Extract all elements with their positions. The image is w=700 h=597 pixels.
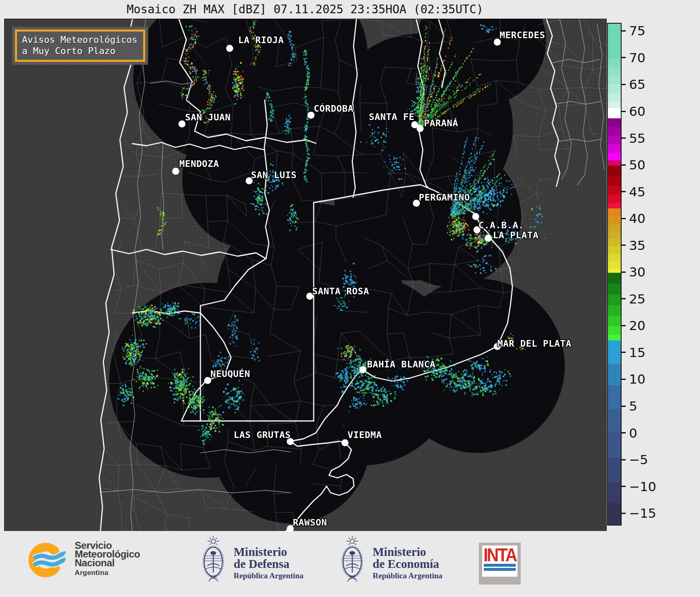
defensa-crest-icon [200,534,226,583]
defensa-sub: República Argentina [234,571,303,580]
defensa-text: Ministerio de Defensa República Argentin… [234,546,303,583]
city-label: C.A.B.A. [478,220,524,230]
colorbar-tick-label: 60 [629,104,645,118]
city-label: BAHÍA BLANCA [367,359,436,369]
warning-badge-line1: Avisos Meteorológicos [22,34,137,45]
colorbar-tick [621,513,626,514]
economia-text: Ministerio de Economía República Argenti… [373,546,442,583]
defensa-line2: de Defensa [234,558,303,570]
colorbar-segment [608,261,621,269]
city-label: NEUQUÉN [210,369,250,379]
colorbar-segment [608,160,621,166]
colorbar-tick-label: 30 [629,265,645,279]
colorbar-tick [621,432,626,433]
colorbar [607,23,622,526]
page-title: Mosaico ZH MAX [dBZ] 07.11.2025 23:35HOA… [4,2,606,16]
colorbar-tick-label: 25 [629,292,645,306]
city-label: SAN LUIS [251,170,297,180]
economia-logo: Ministerio de Economía República Argenti… [339,534,442,583]
smn-line3: Nacional [75,558,140,567]
economia-line2: de Economía [373,558,442,570]
colorbar-segment [608,269,621,273]
city-dot [178,120,185,127]
colorbar-segment [608,93,621,102]
colorbar-tick [621,191,626,192]
warning-badge[interactable]: Avisos Meteorológicos a Muy Corto Plazo [12,27,148,65]
city-label: MENDOZA [179,159,219,169]
colorbar-segment [608,409,621,432]
inta-wordmark: INTA [483,546,517,565]
colorbar-tick [621,406,626,407]
colorbar-tick-label: 55 [629,131,645,145]
colorbar-tick [621,245,626,246]
footer: Servicio Meteorológico Nacional Argentin… [0,531,700,597]
warning-badge-frame: Avisos Meteorológicos a Muy Corto Plazo [15,29,145,62]
colorbar-segment [608,208,621,216]
colorbar-segment [608,431,621,458]
colorbar-segment [608,216,621,224]
colorbar-segment [608,24,621,59]
colorbar-tick [621,111,626,112]
colorbar-segment [608,482,621,504]
colorbar-segment [608,305,621,316]
colorbar-tick-label: 75 [629,24,645,38]
city-label: PERGAMINO [419,192,470,203]
city-label: MERCEDES [500,30,545,40]
colorbar-segment [608,84,621,93]
smn-logo-icon [27,541,66,579]
colorbar-segment [608,136,621,144]
colorbar-segment [608,284,621,294]
defensa-logo: Ministerio de Defensa República Argentin… [200,534,303,583]
colorbar-tick-label: 5 [629,399,637,413]
colorbar-segment [608,239,621,247]
city-label: SANTA FE [369,112,415,122]
smn-line4: Argentina [75,569,140,577]
colorbar-segment [608,153,621,161]
colorbar-segment [608,231,621,239]
colorbar-tick-label: 10 [629,372,645,386]
colorbar-tick [621,298,626,299]
colorbar-tick [621,272,626,273]
colorbar-segment [608,316,621,327]
city-label: RAWSON [293,517,327,528]
colorbar-segment [608,340,621,364]
colorbar-segment [608,246,621,254]
colorbar-tick [621,164,626,166]
city-label: SAN JUAN [185,112,231,122]
colorbar-tick [621,84,626,85]
city-dot [485,235,492,242]
colorbar-segment [608,385,621,410]
smn-logo-text: Servicio Meteorológico Nacional Argentin… [75,541,140,579]
colorbar-segment [608,127,621,136]
colorbar-tick [621,57,626,58]
colorbar-segment [608,458,621,482]
city-label: MAR DEL PLATA [498,338,572,349]
colorbar-segment [608,254,621,262]
city-label: SANTA ROSA [312,286,369,296]
city-label: PARANÁ [424,118,458,128]
city-dot [472,213,479,220]
warning-badge-line2: a Muy Corto Plazo [22,45,137,56]
colorbar-tick-label: 15 [629,345,645,360]
radar-mosaic-page: Mosaico ZH MAX [dBZ] 07.11.2025 23:35HOA… [0,0,700,597]
colorbar-segment [608,166,621,176]
economia-line1: Ministerio [373,546,442,558]
city-label: CÓRDOBA [314,103,354,114]
colorbar-segment [608,273,621,284]
colorbar-ticks: 757065605550454035302520151050−5−10−15 [621,23,671,524]
colorbar-segment [608,224,621,232]
city-label: LA RIOJA [238,35,284,45]
colorbar-tick-label: −10 [629,480,656,494]
colorbar-tick [621,137,626,139]
colorbar-tick [621,459,626,460]
colorbar-tick-label: −5 [629,453,648,467]
defensa-line1: Ministerio [234,546,303,558]
city-dot [359,366,366,373]
inta-logo: INTA [479,543,521,585]
inta-bar-bottom [484,568,516,571]
economia-crest-icon [339,534,365,583]
colorbar-segment [608,118,621,127]
city-dot [417,125,424,132]
radar-map-canvas [5,19,606,531]
colorbar-segment [608,326,621,335]
